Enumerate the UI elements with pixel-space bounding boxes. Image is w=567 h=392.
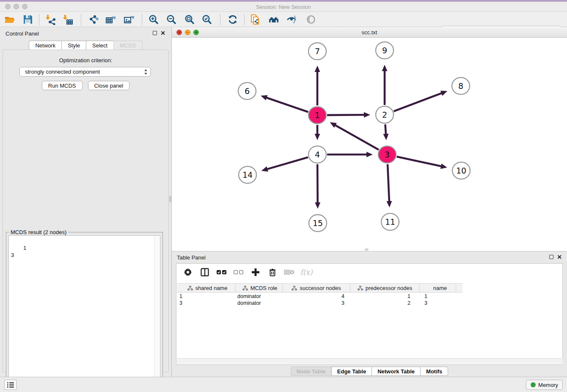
deselect-all-columns-icon[interactable] xyxy=(233,267,244,278)
network-canvas[interactable]: 1234678910111415 xyxy=(172,38,567,251)
delete-table-icon[interactable] xyxy=(284,267,295,278)
table-cell[interactable]: 4 xyxy=(283,293,350,300)
toolbar-separator xyxy=(220,14,220,25)
table-cell[interactable]: 3 xyxy=(177,300,236,306)
zoom-out-icon[interactable] xyxy=(165,14,177,25)
node-label: 7 xyxy=(315,47,320,56)
tab-network[interactable]: Network xyxy=(29,41,61,50)
save-session-icon[interactable] xyxy=(22,14,34,25)
show-all-icon[interactable] xyxy=(268,14,280,25)
close-panel-icon[interactable]: ✕ xyxy=(160,31,165,35)
task-history-button[interactable] xyxy=(4,380,17,390)
edge-1-6[interactable] xyxy=(266,97,308,112)
table-cell[interactable]: dominator xyxy=(236,300,283,306)
node-table-container: f(x) shared nameMCDS rolesuccessor nodes… xyxy=(176,263,563,365)
node-label: 8 xyxy=(458,81,463,91)
edge-3-10[interactable] xyxy=(396,157,442,166)
export-network-icon[interactable] xyxy=(88,14,100,25)
tab-network-table[interactable]: Network Table xyxy=(372,367,420,376)
table-cell[interactable]: dominator xyxy=(236,293,283,300)
edge-4-15[interactable] xyxy=(317,164,318,203)
float-panel-icon[interactable] xyxy=(153,31,157,35)
result-scrollbar[interactable] xyxy=(154,236,160,391)
edge-2-3[interactable] xyxy=(385,124,386,135)
table-row[interactable]: 1dominator411 xyxy=(177,293,463,300)
zoom-selected-icon[interactable] xyxy=(201,14,213,25)
apply-layout-icon[interactable] xyxy=(227,14,239,25)
table-cell[interactable]: 2 xyxy=(350,300,420,306)
column-header-shared-name[interactable]: shared name xyxy=(177,284,236,292)
table-body: 1dominator4113dominator323 xyxy=(177,293,463,306)
edge-3-11[interactable] xyxy=(388,164,389,202)
memory-status-icon xyxy=(531,382,536,387)
column-header-MCDS-role[interactable]: MCDS role xyxy=(236,284,283,292)
tab-style[interactable]: Style xyxy=(61,41,86,50)
table-cell[interactable]: 1 xyxy=(420,293,456,300)
node-label: 3 xyxy=(385,150,390,159)
zoom-in-icon[interactable] xyxy=(148,14,160,25)
memory-label: Memory xyxy=(538,382,558,388)
main-toolbar xyxy=(0,12,567,27)
table-row[interactable]: 3dominator323 xyxy=(177,300,463,306)
hide-selected-icon[interactable] xyxy=(286,14,298,25)
tab-mcds[interactable]: MCDS xyxy=(113,41,142,50)
edge-3-1[interactable] xyxy=(335,125,379,150)
float-table-panel-icon[interactable] xyxy=(549,255,553,259)
network-graph[interactable]: 1234678910111415 xyxy=(172,38,567,251)
edge-2-8[interactable] xyxy=(394,93,443,111)
optimization-criterion-select[interactable]: strongly connected component xyxy=(19,67,151,77)
zoom-fit-icon[interactable] xyxy=(184,14,195,25)
node-label: 6 xyxy=(245,86,250,96)
edge-arrowhead xyxy=(382,65,388,71)
settings-gear-icon[interactable] xyxy=(182,267,193,278)
toolbar-separator xyxy=(244,14,245,25)
delete-columns-icon[interactable] xyxy=(267,267,278,278)
column-header-predecessor-nodes[interactable]: predecessor nodes xyxy=(350,284,420,292)
tab-node-table[interactable]: Node Table xyxy=(291,367,331,376)
hierarchy-icon xyxy=(187,286,193,290)
mcds-tab-content: Optimization criterion: strongly connect… xyxy=(3,50,169,372)
session-title: Session: New Session xyxy=(0,4,567,10)
status-bar: Memory xyxy=(0,377,567,392)
select-all-columns-icon[interactable] xyxy=(216,267,227,278)
node-label: 9 xyxy=(382,46,387,55)
toggle-bird-view-icon[interactable] xyxy=(305,14,317,25)
export-table-icon[interactable] xyxy=(105,14,117,25)
tab-select[interactable]: Select xyxy=(86,41,113,50)
optimization-criterion-value: strongly connected component xyxy=(25,69,100,75)
table-cell[interactable]: 1 xyxy=(177,293,236,300)
run-mcds-button[interactable]: Run MCDS xyxy=(42,81,83,90)
table-cell[interactable]: 3 xyxy=(420,300,456,306)
table-cell[interactable]: 3 xyxy=(283,300,350,306)
add-column-icon[interactable] xyxy=(250,267,261,278)
close-table-panel-icon[interactable]: ✕ xyxy=(557,255,562,259)
tab-motifs[interactable]: Motifs xyxy=(420,367,448,376)
split-panel-icon[interactable] xyxy=(199,267,210,278)
clone-network-icon[interactable] xyxy=(249,14,261,25)
import-network-icon[interactable] xyxy=(45,14,57,25)
memory-button[interactable]: Memory xyxy=(526,380,563,390)
open-session-icon[interactable] xyxy=(4,14,16,25)
import-table-icon[interactable] xyxy=(62,14,74,25)
panel-splitter-handle[interactable] xyxy=(169,196,171,202)
tab-edge-table[interactable]: Edge Table xyxy=(331,367,372,376)
mcds-result-textarea[interactable]: 1 3 xyxy=(8,235,160,391)
toolbar-separator xyxy=(39,14,39,25)
export-image-icon[interactable] xyxy=(123,14,135,25)
table-panel-window-buttons: ✕ xyxy=(549,255,562,259)
edge-arrowhead xyxy=(315,66,320,72)
edge-arrowhead xyxy=(440,163,447,169)
table-panel: Table Panel ✕ xyxy=(172,251,567,377)
column-header-successor-nodes[interactable]: successor nodes xyxy=(283,284,350,292)
function-builder-icon: f(x) xyxy=(301,267,312,278)
edge-4-14[interactable] xyxy=(267,157,308,169)
control-panel-title: Control Panel xyxy=(6,30,39,37)
view-splitter-handle[interactable] xyxy=(365,248,369,251)
table-cell[interactable]: 1 xyxy=(350,293,420,300)
close-panel-button[interactable]: Close panel xyxy=(88,81,130,90)
column-header-name[interactable]: name xyxy=(420,284,456,292)
table-horizontal-scrollbar[interactable] xyxy=(177,358,563,364)
edge-1-2[interactable] xyxy=(327,115,365,115)
table-panel-tabs: Node Table Edge Table Network Table Moti… xyxy=(172,367,567,376)
toolbar-separator xyxy=(142,14,142,25)
